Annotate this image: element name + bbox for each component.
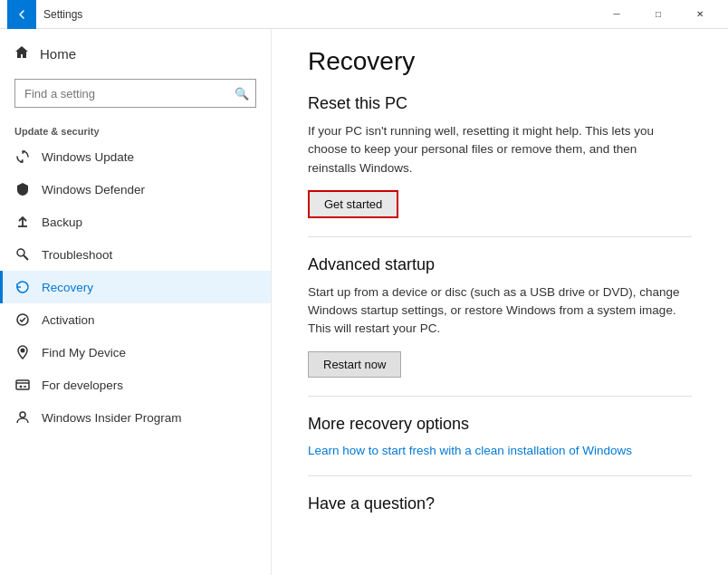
advanced-startup-title: Advanced startup xyxy=(308,255,692,274)
have-question-title: Have a question? xyxy=(308,494,692,513)
windows-update-icon xyxy=(14,149,31,164)
developers-icon xyxy=(14,378,31,392)
fresh-install-link[interactable]: Learn how to start fresh with a clean in… xyxy=(308,444,632,457)
sidebar-item-label: Troubleshoot xyxy=(42,248,112,262)
insider-icon xyxy=(14,410,31,425)
sidebar-section-label: Update & security xyxy=(0,119,271,140)
recovery-icon xyxy=(14,280,31,294)
search-icon: 🔍 xyxy=(235,87,249,101)
sidebar-item-label: Backup xyxy=(42,216,82,229)
sidebar-item-label: Activation xyxy=(42,313,95,327)
sidebar-item-home[interactable]: Home xyxy=(0,36,271,72)
sidebar-item-windows-insider[interactable]: Windows Insider Program xyxy=(0,401,271,434)
activation-icon xyxy=(14,312,31,327)
divider-1 xyxy=(308,236,692,237)
sidebar-item-for-developers[interactable]: For developers xyxy=(0,369,271,401)
divider-2 xyxy=(308,396,692,397)
sidebar-item-activation[interactable]: Activation xyxy=(0,303,271,336)
sidebar-item-label: Windows Insider Program xyxy=(42,411,182,425)
sidebar-item-windows-update[interactable]: Windows Update xyxy=(0,140,271,173)
page-title: Recovery xyxy=(308,47,692,76)
advanced-startup-description: Start up from a device or disc (such as … xyxy=(308,283,688,339)
svg-rect-6 xyxy=(16,380,29,389)
reset-pc-title: Reset this PC xyxy=(308,94,692,113)
sidebar-item-label: Find My Device xyxy=(42,346,126,359)
svg-point-2 xyxy=(17,249,24,256)
sidebar-item-label: Recovery xyxy=(42,281,93,294)
svg-line-3 xyxy=(24,255,28,260)
sidebar-item-windows-defender[interactable]: Windows Defender xyxy=(0,173,271,206)
search-input[interactable] xyxy=(14,79,256,108)
title-bar: Settings ─ □ ✕ xyxy=(0,0,728,29)
restart-now-button[interactable]: Restart now xyxy=(308,351,401,378)
back-button[interactable] xyxy=(7,0,36,29)
window-controls: ─ □ ✕ xyxy=(596,0,721,29)
home-label: Home xyxy=(40,46,76,62)
content-area: Recovery Reset this PC If your PC isn't … xyxy=(272,29,728,575)
sidebar-item-troubleshoot[interactable]: Troubleshoot xyxy=(0,238,271,271)
search-box: 🔍 xyxy=(14,79,256,108)
sidebar-item-find-my-device[interactable]: Find My Device xyxy=(0,336,271,369)
sidebar-item-backup[interactable]: Backup xyxy=(0,206,271,238)
sidebar-item-label: For developers xyxy=(42,379,123,392)
app-layout: Home 🔍 Update & security Windows Update xyxy=(0,29,728,575)
reset-pc-description: If your PC isn't running well, resetting… xyxy=(308,122,688,177)
sidebar-item-recovery[interactable]: Recovery xyxy=(0,271,271,303)
home-icon xyxy=(14,45,29,62)
sidebar-item-label: Windows Defender xyxy=(42,183,145,196)
more-recovery-title: More recovery options xyxy=(308,415,692,434)
svg-point-11 xyxy=(20,412,25,417)
sidebar-item-label: Windows Update xyxy=(42,150,134,164)
divider-3 xyxy=(308,475,692,476)
maximize-button[interactable]: □ xyxy=(637,0,679,29)
sidebar: Home 🔍 Update & security Windows Update xyxy=(0,29,272,575)
backup-icon xyxy=(14,215,31,229)
defender-icon xyxy=(14,182,31,196)
minimize-button[interactable]: ─ xyxy=(596,0,637,29)
find-device-icon xyxy=(14,345,31,359)
svg-point-5 xyxy=(21,349,25,353)
get-started-button[interactable]: Get started xyxy=(308,190,398,218)
window-title: Settings xyxy=(43,8,596,21)
close-button[interactable]: ✕ xyxy=(679,0,721,29)
troubleshoot-icon xyxy=(14,247,31,262)
